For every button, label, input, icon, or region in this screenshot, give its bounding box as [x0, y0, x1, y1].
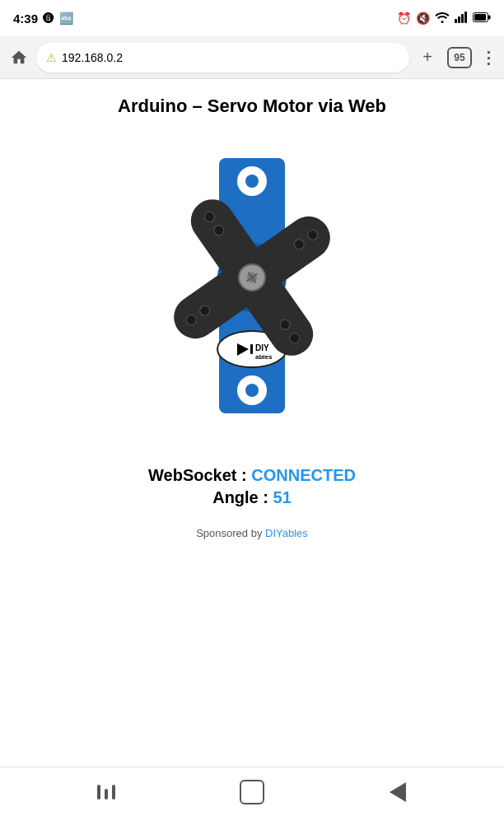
status-time: 4:39 [13, 12, 38, 26]
svg-rect-0 [455, 19, 457, 23]
angle-line: Angle : 51 [148, 488, 356, 507]
svg-point-11 [245, 384, 259, 397]
translate-icon: 🔤 [59, 12, 73, 25]
nav-menu-button[interactable] [86, 772, 127, 813]
sponsored-section: Sponsored by DIYables [196, 527, 308, 539]
tab-count[interactable]: 95 [447, 47, 472, 68]
svg-rect-6 [488, 16, 491, 20]
address-text: 192.168.0.2 [62, 51, 123, 64]
angle-label: Angle : [212, 488, 273, 506]
home-circle-icon [240, 780, 264, 804]
svg-text:ables: ables [255, 353, 273, 361]
signal-icon [455, 12, 468, 26]
svg-rect-1 [458, 16, 460, 23]
wifi-icon [435, 12, 450, 26]
diyables-link[interactable]: DIYables [265, 527, 308, 539]
nav-bar [0, 767, 504, 816]
nav-home-button[interactable] [231, 772, 273, 813]
battery-icon [473, 12, 491, 25]
svg-rect-15 [250, 344, 253, 354]
svg-rect-3 [464, 12, 467, 23]
websocket-status-value: CONNECTED [251, 466, 356, 484]
add-tab-button[interactable]: + [416, 46, 439, 69]
status-section: WebSocket : CONNECTED Angle : 51 [148, 466, 356, 507]
home-icon[interactable] [8, 47, 30, 68]
sponsored-label: Sponsored by [196, 527, 265, 539]
nav-lines-icon [97, 785, 115, 800]
angle-value: 51 [273, 488, 292, 506]
browser-bar: ⚠ 192.168.0.2 + 95 ⋮ [0, 36, 504, 79]
main-content: Arduino – Servo Motor via Web DIY [0, 79, 504, 767]
alarm-icon: ⏰ [397, 12, 411, 25]
status-bar: 4:39 🅖 🔤 ⏰ 🔇 [0, 0, 504, 36]
page-title: Arduino – Servo Motor via Web [118, 96, 386, 117]
browser-actions: + 95 ⋮ [416, 46, 496, 69]
back-arrow-icon [390, 782, 406, 802]
svg-rect-5 [474, 14, 486, 21]
mute-icon: 🔇 [416, 12, 430, 25]
status-left: 4:39 🅖 🔤 [13, 12, 73, 26]
svg-rect-2 [461, 14, 464, 23]
nav-back-button[interactable] [377, 772, 418, 813]
address-bar[interactable]: ⚠ 192.168.0.2 [36, 43, 409, 72]
google-icon: 🅖 [43, 12, 54, 25]
browser-menu-button[interactable]: ⋮ [480, 48, 496, 68]
warning-icon: ⚠ [46, 51, 57, 64]
svg-text:DIY: DIY [255, 343, 269, 352]
svg-point-9 [245, 175, 259, 188]
status-right: ⏰ 🔇 [397, 12, 491, 26]
websocket-label: WebSocket : [148, 466, 251, 484]
servo-illustration: DIY ables [145, 133, 359, 441]
websocket-status-line: WebSocket : CONNECTED [148, 466, 356, 485]
